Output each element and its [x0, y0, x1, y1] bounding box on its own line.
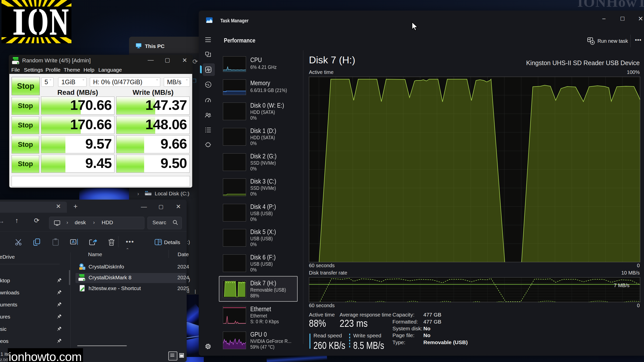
svg-text:I: I [13, 1, 26, 42]
svg-text:N: N [50, 1, 69, 42]
